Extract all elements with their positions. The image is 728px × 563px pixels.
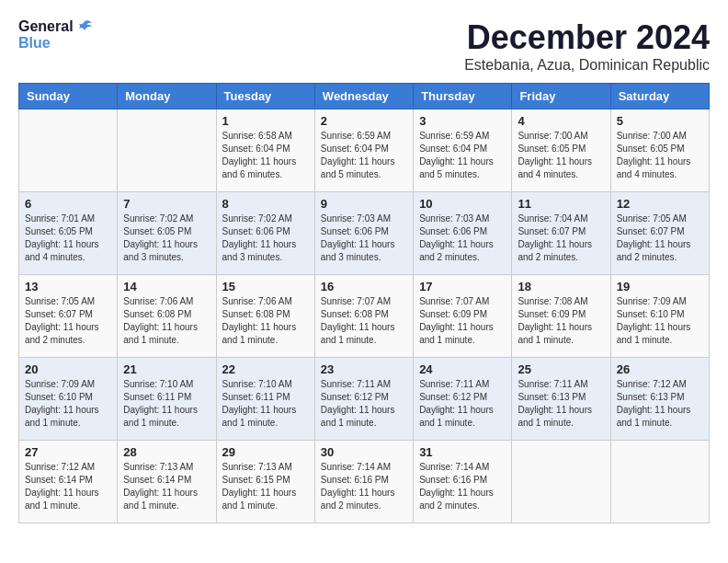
day-info: Sunrise: 7:03 AMSunset: 6:06 PMDaylight:…: [419, 213, 506, 264]
day-info: Sunrise: 7:04 AMSunset: 6:07 PMDaylight:…: [518, 213, 604, 264]
day-info: Sunrise: 7:12 AMSunset: 6:13 PMDaylight:…: [617, 378, 703, 430]
calendar-week-2: 6Sunrise: 7:01 AMSunset: 6:05 PMDaylight…: [19, 192, 710, 275]
day-number: 4: [518, 114, 604, 128]
table-row: 27Sunrise: 7:12 AMSunset: 6:14 PMDayligh…: [19, 441, 118, 523]
day-info: Sunrise: 7:01 AMSunset: 6:05 PMDaylight:…: [25, 213, 111, 264]
table-row: 9Sunrise: 7:03 AMSunset: 6:06 PMDaylight…: [314, 192, 413, 275]
day-number: 30: [321, 445, 407, 459]
table-row: 31Sunrise: 7:14 AMSunset: 6:16 PMDayligh…: [414, 441, 512, 523]
day-number: 17: [419, 280, 506, 293]
table-row: 25Sunrise: 7:11 AMSunset: 6:13 PMDayligh…: [512, 358, 610, 441]
day-number: 15: [222, 280, 309, 293]
table-row: 23Sunrise: 7:11 AMSunset: 6:12 PMDayligh…: [314, 358, 413, 441]
table-row: 13Sunrise: 7:05 AMSunset: 6:07 PMDayligh…: [19, 275, 118, 358]
col-saturday: Saturday: [610, 84, 709, 109]
day-info: Sunrise: 7:07 AMSunset: 6:08 PMDaylight:…: [321, 295, 407, 347]
table-row: [610, 441, 709, 523]
table-row: 26Sunrise: 7:12 AMSunset: 6:13 PMDayligh…: [610, 358, 709, 441]
table-row: 2Sunrise: 6:59 AMSunset: 6:04 PMDaylight…: [314, 109, 413, 192]
day-info: Sunrise: 7:13 AMSunset: 6:15 PMDaylight:…: [222, 461, 309, 512]
logo-text-blue: Blue: [18, 35, 51, 52]
table-row: 28Sunrise: 7:13 AMSunset: 6:14 PMDayligh…: [118, 441, 216, 523]
table-row: 8Sunrise: 7:02 AMSunset: 6:06 PMDaylight…: [216, 192, 314, 275]
logo: General Blue: [18, 18, 94, 51]
header: General Blue December 2024 Estebania, Az…: [18, 18, 710, 74]
col-sunday: Sunday: [19, 84, 118, 109]
day-info: Sunrise: 7:11 AMSunset: 6:12 PMDaylight:…: [321, 378, 407, 430]
day-info: Sunrise: 7:02 AMSunset: 6:06 PMDaylight:…: [222, 213, 309, 264]
day-info: Sunrise: 6:58 AMSunset: 6:04 PMDaylight:…: [222, 130, 309, 181]
table-row: 14Sunrise: 7:06 AMSunset: 6:08 PMDayligh…: [118, 275, 216, 358]
day-info: Sunrise: 7:05 AMSunset: 6:07 PMDaylight:…: [617, 213, 703, 264]
calendar-body: 1Sunrise: 6:58 AMSunset: 6:04 PMDaylight…: [19, 109, 710, 523]
col-friday: Friday: [512, 84, 610, 109]
day-info: Sunrise: 7:08 AMSunset: 6:09 PMDaylight:…: [518, 295, 604, 347]
day-info: Sunrise: 7:09 AMSunset: 6:10 PMDaylight:…: [25, 378, 111, 430]
day-info: Sunrise: 7:14 AMSunset: 6:16 PMDaylight:…: [419, 461, 506, 512]
day-info: Sunrise: 7:11 AMSunset: 6:12 PMDaylight:…: [419, 378, 506, 430]
table-row: 12Sunrise: 7:05 AMSunset: 6:07 PMDayligh…: [610, 192, 709, 275]
subtitle: Estebania, Azua, Dominican Republic: [464, 57, 710, 74]
day-number: 29: [222, 445, 309, 459]
table-row: 29Sunrise: 7:13 AMSunset: 6:15 PMDayligh…: [216, 441, 314, 523]
day-number: 18: [518, 280, 604, 293]
table-row: 22Sunrise: 7:10 AMSunset: 6:11 PMDayligh…: [216, 358, 314, 441]
col-tuesday: Tuesday: [216, 84, 314, 109]
calendar-week-4: 20Sunrise: 7:09 AMSunset: 6:10 PMDayligh…: [19, 358, 710, 441]
day-info: Sunrise: 6:59 AMSunset: 6:04 PMDaylight:…: [419, 130, 506, 181]
header-row: Sunday Monday Tuesday Wednesday Thursday…: [19, 84, 710, 109]
day-number: 21: [123, 362, 210, 376]
table-row: 24Sunrise: 7:11 AMSunset: 6:12 PMDayligh…: [414, 358, 512, 441]
table-row: 15Sunrise: 7:06 AMSunset: 6:08 PMDayligh…: [216, 275, 314, 358]
day-number: 16: [321, 280, 407, 293]
day-info: Sunrise: 7:14 AMSunset: 6:16 PMDaylight:…: [321, 461, 407, 512]
table-row: 20Sunrise: 7:09 AMSunset: 6:10 PMDayligh…: [19, 358, 118, 441]
col-wednesday: Wednesday: [314, 84, 413, 109]
day-number: 13: [25, 280, 111, 293]
month-title: December 2024: [464, 18, 710, 57]
day-number: 22: [222, 362, 309, 376]
day-info: Sunrise: 7:10 AMSunset: 6:11 PMDaylight:…: [222, 378, 309, 430]
day-number: 23: [321, 362, 407, 376]
day-number: 20: [25, 362, 111, 376]
day-number: 27: [25, 445, 111, 459]
table-row: 1Sunrise: 6:58 AMSunset: 6:04 PMDaylight…: [216, 109, 314, 192]
calendar-week-1: 1Sunrise: 6:58 AMSunset: 6:04 PMDaylight…: [19, 109, 710, 192]
logo-text-general: General: [18, 18, 74, 35]
day-info: Sunrise: 7:11 AMSunset: 6:13 PMDaylight:…: [518, 378, 604, 430]
day-number: 8: [222, 197, 309, 211]
title-area: December 2024 Estebania, Azua, Dominican…: [464, 18, 710, 74]
table-row: [19, 109, 118, 192]
table-row: 19Sunrise: 7:09 AMSunset: 6:10 PMDayligh…: [610, 275, 709, 358]
col-monday: Monday: [118, 84, 216, 109]
day-number: 5: [617, 114, 703, 128]
day-number: 24: [419, 362, 506, 376]
day-info: Sunrise: 7:09 AMSunset: 6:10 PMDaylight:…: [617, 295, 703, 347]
day-number: 3: [419, 114, 506, 128]
day-info: Sunrise: 7:10 AMSunset: 6:11 PMDaylight:…: [123, 378, 210, 430]
day-info: Sunrise: 7:03 AMSunset: 6:06 PMDaylight:…: [321, 213, 407, 264]
day-number: 6: [25, 197, 111, 211]
table-row: 7Sunrise: 7:02 AMSunset: 6:05 PMDaylight…: [118, 192, 216, 275]
col-thursday: Thursday: [414, 84, 512, 109]
day-number: 9: [321, 197, 407, 211]
table-row: 10Sunrise: 7:03 AMSunset: 6:06 PMDayligh…: [414, 192, 512, 275]
table-row: [118, 109, 216, 192]
table-row: 6Sunrise: 7:01 AMSunset: 6:05 PMDaylight…: [19, 192, 118, 275]
day-number: 11: [518, 197, 604, 211]
day-info: Sunrise: 7:12 AMSunset: 6:14 PMDaylight:…: [25, 461, 111, 512]
table-row: 30Sunrise: 7:14 AMSunset: 6:16 PMDayligh…: [314, 441, 413, 523]
day-number: 12: [617, 197, 703, 211]
day-info: Sunrise: 7:06 AMSunset: 6:08 PMDaylight:…: [222, 295, 309, 347]
day-info: Sunrise: 7:07 AMSunset: 6:09 PMDaylight:…: [419, 295, 506, 347]
day-number: 25: [518, 362, 604, 376]
day-number: 26: [617, 362, 703, 376]
day-number: 19: [617, 280, 703, 293]
logo-container: General Blue: [18, 18, 94, 51]
day-number: 10: [419, 197, 506, 211]
logo-bird-icon: [75, 19, 94, 34]
table-row: 11Sunrise: 7:04 AMSunset: 6:07 PMDayligh…: [512, 192, 610, 275]
table-row: 5Sunrise: 7:00 AMSunset: 6:05 PMDaylight…: [610, 109, 709, 192]
table-row: 4Sunrise: 7:00 AMSunset: 6:05 PMDaylight…: [512, 109, 610, 192]
calendar-week-3: 13Sunrise: 7:05 AMSunset: 6:07 PMDayligh…: [19, 275, 710, 358]
